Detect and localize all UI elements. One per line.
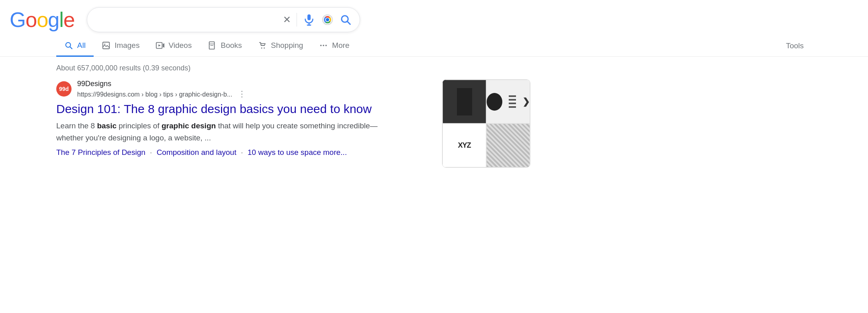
result-url: https://99designs.com › blog › tips › gr… [77,89,246,99]
result-options-icon[interactable]: ⋮ [238,89,246,98]
thumb-cell-xyz: XYZ [442,124,486,167]
svg-point-11 [104,43,106,45]
svg-point-22 [326,45,327,46]
search-bar[interactable]: basic of graphic design ✕ [87,7,360,32]
svg-marker-13 [163,43,165,48]
svg-point-20 [320,45,322,46]
books-icon [208,41,217,50]
tools-button[interactable]: Tools [778,36,812,56]
thumb-rect-shape [457,88,472,115]
clear-search-icon[interactable]: ✕ [283,14,291,25]
svg-point-18 [261,47,262,49]
google-lens-icon[interactable] [321,13,334,26]
tab-books-label: Books [221,41,242,50]
tab-all[interactable]: All [56,35,94,57]
tab-books[interactable]: Books [200,35,250,57]
svg-line-9 [70,47,72,49]
voice-search-icon[interactable] [303,13,315,26]
result-site-meta: 99Designs https://99designs.com › blog ›… [77,79,246,99]
svg-marker-14 [159,44,161,47]
tab-all-label: All [77,41,86,50]
tab-more[interactable]: More [311,35,357,57]
search-input[interactable]: basic of graphic design [95,14,277,25]
tab-shopping[interactable]: Shopping [250,35,311,57]
result-snippet: Learn the 8 basic principles of graphic … [56,120,402,144]
results-area: About 657,000,000 results (0.39 seconds)… [0,57,868,168]
thumb-arrow-shape: ❯ [522,97,530,107]
results-count: About 657,000,000 results (0.39 seconds) [56,57,418,79]
tab-more-label: More [332,41,349,50]
svg-point-5 [326,18,329,21]
result-site-info: 99d 99Designs https://99designs.com › bl… [56,79,402,99]
result-title[interactable]: Design 101: The 8 graphic design basics … [56,101,402,117]
tab-shopping-label: Shopping [271,41,303,50]
tab-images-label: Images [115,41,139,50]
svg-line-7 [347,21,350,24]
sitelink-principles[interactable]: The 7 Principles of Design [56,148,145,156]
thumb-lines-shape [506,93,518,110]
sitelink-composition[interactable]: Composition and layout [157,148,237,156]
sitelink-separator-1: · [150,148,152,156]
tools-label: Tools [786,41,804,50]
sitelink-separator-2: · [241,148,243,156]
svg-rect-0 [307,14,311,21]
tab-videos[interactable]: Videos [147,35,200,57]
result-sitelinks: The 7 Principles of Design · Composition… [56,148,402,157]
more-dots-icon [319,41,328,50]
results-side: ❯ XYZ [442,79,530,168]
header: Google basic of graphic design ✕ [0,0,868,32]
svg-rect-10 [103,42,110,49]
tab-videos-label: Videos [168,41,192,50]
shopping-icon [258,41,267,50]
thumb-circle-shape [487,93,502,111]
svg-point-21 [323,45,324,46]
result-thumbnail[interactable]: ❯ XYZ [442,79,530,168]
svg-point-19 [264,47,265,49]
favicon-text: 99d [59,86,69,92]
results-main: About 657,000,000 results (0.39 seconds)… [56,57,418,168]
search-result: 99d 99Designs https://99designs.com › bl… [56,79,402,157]
thumb-cell-rectangle [442,80,486,124]
google-logo[interactable]: Google [10,8,75,32]
all-search-icon [64,41,73,50]
tab-images[interactable]: Images [94,35,147,57]
search-submit-icon[interactable] [340,14,352,26]
search-nav-tabs: All Images Videos [0,35,868,57]
images-icon [102,41,111,50]
result-site-name: 99Designs [77,79,246,89]
videos-icon [156,41,164,50]
result-favicon: 99d [56,81,72,97]
search-divider [297,13,297,27]
sitelink-space[interactable]: 10 ways to use space more... [248,148,347,156]
thumb-cell-circle: ❯ [486,80,530,124]
thumb-cell-pattern [486,124,530,167]
